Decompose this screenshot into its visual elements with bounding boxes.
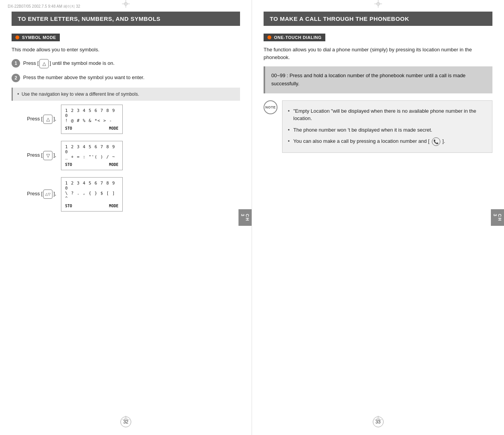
note-box-right: "Empty Location "will be displayed when … [282,100,492,153]
screen-row-1-line1: 1 2 3 4 5 6 7 8 9 0 [65,108,118,118]
press-row-1: Press [△], 1 2 3 4 5 6 7 8 9 0 ! @ # % &… [27,105,240,134]
page-right: TO MAKE A CALL THROUGH THE PHONEBOOK ONE… [252,0,504,435]
note-item-2: The phone number won 't be displayed whe… [288,124,487,136]
one-touch-dialing-header: ONE-TOUCH DIALING [264,34,325,41]
right-description: The function allows you to dial a phone … [264,46,492,61]
notes-list: "Empty Location "will be displayed when … [288,105,487,148]
mode-label-1: MODE [109,126,118,130]
note-bullet: • [17,91,20,97]
sto-label-2: STO [65,162,72,167]
crosshair-top-left [122,0,130,8]
note-text: Use the navigation key to view a differe… [22,91,139,97]
press-row-2: Press [▽], 1 2 3 4 5 6 7 8 9 0 _ + = : "… [27,141,240,170]
location-box: 00~99 : Press and hold a location number… [264,66,492,93]
symbol-mode-header: SYMBOL MODE [12,34,60,41]
step-1-row: 1 Press [△] until the symbol mode is on. [12,59,240,68]
press-label-2: Press [▽], [27,151,56,160]
right-header-dot [267,36,271,39]
note-circle: NOTE [264,100,277,114]
phone-screen-2: 1 2 3 4 5 6 7 8 9 0 _ + = : "'( ) / ~ ST… [61,141,123,170]
step-2-row: 2 Press the number above the symbol you … [12,74,240,82]
header-dot [15,36,19,39]
phone-display-area: Press [△], 1 2 3 4 5 6 7 8 9 0 ! @ # % &… [12,105,240,212]
up-arrow-icon-1: △ [43,115,52,124]
phone-screen-3: 1 2 3 4 5 6 7 8 9 0 \ ? . , { } $ [ ] ^ … [61,177,123,212]
mode-label-2: MODE [109,162,118,167]
left-section-header: TO ENTER LETTERS, NUMBERS, AND SYMBOLS [12,12,240,26]
press-label-1: Press [△], [27,115,56,124]
navigation-note-box: • Use the navigation key to view a diffe… [12,88,240,101]
step-1-text: Press [△] until the symbol mode is on. [23,59,240,68]
print-info: DX-22B07/05 2002.7.5 9:48 AM 페이지 32 [8,4,80,9]
note-item-1: "Empty Location "will be displayed when … [288,105,487,124]
screen-row-2-line2: _ + = : "'( ) / ~ [65,154,118,159]
both-arrow-icon-3: △▽ [43,190,52,199]
down-arrow-icon-2: ▽ [43,151,52,160]
symbol-mode-description: This mode allows you to enter symbols. [12,46,240,54]
screen-footer-2: STO MODE [65,162,118,167]
crosshair-bottom-right [374,416,382,423]
note-item-3: You can also make a call by pressing a l… [288,135,487,148]
mode-label-3: MODE [109,204,118,208]
sto-label-3: STO [65,204,72,208]
screen-row-1-line2: ! @ # % & *< > - [65,118,118,123]
up-arrow-icon: △ [39,59,49,68]
ch-tab-left: CH3 [238,209,252,226]
press-row-3: Press [△▽], 1 2 3 4 5 6 7 8 9 0 \ ? . , … [27,177,240,212]
phone-icon: 📞 [432,137,440,146]
ch-tab-right: CH3 [491,209,504,226]
screen-row-2-line1: 1 2 3 4 5 6 7 8 9 0 [65,144,118,154]
step-2-text: Press the number above the symbol you wa… [23,74,240,81]
step-2-circle: 2 [12,74,20,82]
page-left: DX-22B07/05 2002.7.5 9:48 AM 페이지 32 TO E… [0,0,252,435]
screen-row-3-line1: 1 2 3 4 5 6 7 8 9 0 [65,181,118,191]
note-section: NOTE "Empty Location "will be displayed … [264,100,492,153]
crosshair-bottom-left [122,416,130,423]
crosshair-top-right [374,0,382,8]
screen-footer-1: STO MODE [65,126,118,130]
sto-label-1: STO [65,126,72,130]
step-1-circle: 1 [12,59,20,68]
phone-screen-1: 1 2 3 4 5 6 7 8 9 0 ! @ # % & *< > - STO… [61,105,123,134]
screen-footer-3: STO MODE [65,204,118,208]
press-label-3: Press [△▽], [27,190,56,199]
screen-row-3-line2: \ ? . , { } $ [ ] ^ [65,191,118,201]
right-section-header: TO MAKE A CALL THROUGH THE PHONEBOOK [264,12,492,26]
